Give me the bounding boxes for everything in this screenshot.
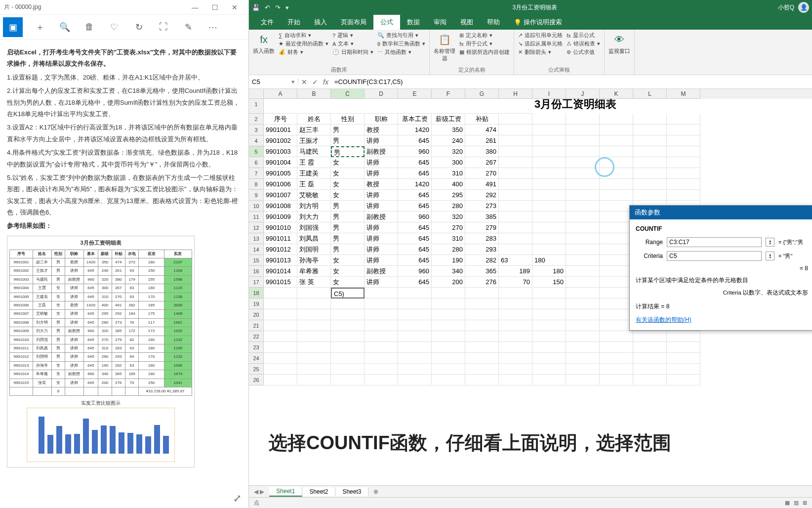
cell[interactable] bbox=[633, 353, 667, 364]
cell[interactable] bbox=[532, 375, 566, 385]
cell[interactable]: 张 英 bbox=[297, 277, 331, 288]
cell[interactable]: 孙海亭 bbox=[297, 255, 331, 266]
cell[interactable] bbox=[667, 353, 700, 364]
cell[interactable]: 645 bbox=[398, 135, 432, 146]
row-header[interactable]: 6 bbox=[249, 157, 264, 168]
col-D[interactable]: D bbox=[365, 89, 398, 99]
row-header[interactable]: 18 bbox=[249, 288, 264, 298]
cell[interactable] bbox=[331, 364, 365, 375]
cell[interactable]: 293 bbox=[465, 244, 499, 255]
page-layout-icon[interactable]: ▥ bbox=[794, 500, 799, 506]
cell[interactable] bbox=[398, 364, 432, 375]
cell[interactable]: 365 bbox=[465, 266, 499, 277]
cell[interactable] bbox=[331, 353, 365, 364]
cell[interactable] bbox=[365, 353, 398, 364]
cell[interactable] bbox=[297, 309, 331, 320]
cell[interactable]: 645 bbox=[398, 222, 432, 233]
tell-me[interactable]: 💡操作说明搜索 bbox=[507, 15, 569, 30]
cell[interactable] bbox=[600, 179, 633, 190]
cell[interactable] bbox=[465, 331, 499, 342]
edit-icon[interactable]: ✎ bbox=[176, 17, 201, 37]
crop-icon[interactable]: ⛶ bbox=[151, 17, 176, 37]
avatar[interactable]: 👤 bbox=[798, 2, 809, 13]
row-header[interactable]: 21 bbox=[249, 320, 264, 331]
cell[interactable] bbox=[365, 375, 398, 385]
cell[interactable]: 320 bbox=[432, 146, 465, 157]
cell[interactable] bbox=[566, 266, 600, 277]
cell[interactable]: 320 bbox=[432, 212, 465, 222]
cell[interactable]: 474 bbox=[465, 125, 499, 135]
cell[interactable]: 男 bbox=[331, 222, 365, 233]
cell[interactable]: 310 bbox=[432, 168, 465, 179]
cell[interactable] bbox=[600, 353, 633, 364]
cell[interactable]: 63 bbox=[499, 255, 532, 266]
cell[interactable] bbox=[499, 288, 532, 298]
cell[interactable]: 讲师 bbox=[365, 201, 398, 212]
page-break-icon[interactable]: ⊞ bbox=[803, 500, 807, 506]
trace-prec-button[interactable]: ↗ 追踪引用单元格 bbox=[518, 32, 563, 39]
col-E[interactable]: E bbox=[398, 89, 432, 99]
cell[interactable] bbox=[499, 309, 532, 320]
cell[interactable] bbox=[667, 179, 700, 190]
cell[interactable] bbox=[566, 179, 600, 190]
cell[interactable]: 9901003 bbox=[264, 146, 297, 157]
sheet-tab-1[interactable]: Sheet1 bbox=[269, 487, 302, 497]
col-K[interactable]: K bbox=[600, 89, 633, 99]
cell[interactable] bbox=[532, 157, 566, 168]
cell[interactable]: 马建民 bbox=[297, 146, 331, 157]
cell[interactable]: 645 bbox=[398, 201, 432, 212]
cell[interactable] bbox=[264, 331, 297, 342]
cell[interactable]: 讲师 bbox=[365, 190, 398, 201]
col-J[interactable]: J bbox=[566, 89, 600, 99]
cell[interactable]: 讲师 bbox=[365, 157, 398, 168]
fx-icon[interactable]: fx bbox=[323, 78, 328, 86]
watch-window-button[interactable]: 👁监视窗口 bbox=[609, 32, 630, 55]
cell[interactable] bbox=[532, 288, 566, 298]
cell[interactable] bbox=[667, 375, 700, 385]
cell[interactable] bbox=[297, 353, 331, 364]
cell[interactable] bbox=[365, 320, 398, 331]
cell[interactable] bbox=[499, 146, 532, 157]
cell[interactable]: 职称 bbox=[365, 114, 398, 125]
cell[interactable] bbox=[600, 244, 633, 255]
cell[interactable] bbox=[600, 212, 633, 222]
cell[interactable] bbox=[499, 320, 532, 331]
cell[interactable]: 645 bbox=[398, 168, 432, 179]
row-header[interactable]: 20 bbox=[249, 309, 264, 320]
cell[interactable]: 270 bbox=[432, 222, 465, 233]
cell[interactable]: 280 bbox=[432, 244, 465, 255]
tab-insert[interactable]: 插入 bbox=[307, 15, 334, 30]
cell[interactable]: 350 bbox=[432, 125, 465, 135]
lookup-button[interactable]: 🔍 查找与引用 ▾ bbox=[377, 32, 425, 39]
cell[interactable]: 女 bbox=[331, 277, 365, 288]
cell[interactable] bbox=[532, 212, 566, 222]
cell[interactable] bbox=[499, 222, 532, 233]
cell[interactable]: 267 bbox=[465, 157, 499, 168]
financial-button[interactable]: 💰 财务 ▾ bbox=[279, 48, 328, 56]
other-button[interactable]: ⋯ 其他函数 ▾ bbox=[377, 48, 425, 56]
define-name-button[interactable]: ⊞ 定义名称 ▾ bbox=[459, 32, 510, 39]
row-header[interactable]: 10 bbox=[249, 201, 264, 212]
cell[interactable] bbox=[566, 233, 600, 244]
cell[interactable] bbox=[633, 331, 667, 342]
cell[interactable]: 艾晓敏 bbox=[297, 190, 331, 201]
cell[interactable] bbox=[566, 342, 600, 353]
criteria-input[interactable] bbox=[667, 251, 762, 261]
cell[interactable] bbox=[264, 353, 297, 364]
help-link[interactable]: 有关该函数的帮助(H) bbox=[636, 316, 691, 323]
text-button[interactable]: A 文本 ▾ bbox=[332, 40, 373, 47]
cell[interactable] bbox=[398, 375, 432, 385]
cell[interactable] bbox=[465, 298, 499, 309]
cell[interactable] bbox=[667, 190, 700, 201]
cell[interactable]: 刘国强 bbox=[297, 222, 331, 233]
tab-layout[interactable]: 页面布局 bbox=[334, 15, 373, 30]
row-header[interactable]: 15 bbox=[249, 255, 264, 266]
cell[interactable] bbox=[633, 114, 667, 125]
cell[interactable] bbox=[365, 364, 398, 375]
range-input[interactable] bbox=[667, 237, 762, 247]
cell[interactable]: 女 bbox=[331, 190, 365, 201]
col-M[interactable]: M bbox=[667, 89, 700, 99]
cell[interactable]: 女 bbox=[331, 179, 365, 190]
cell[interactable]: 960 bbox=[398, 212, 432, 222]
cell[interactable] bbox=[566, 309, 600, 320]
